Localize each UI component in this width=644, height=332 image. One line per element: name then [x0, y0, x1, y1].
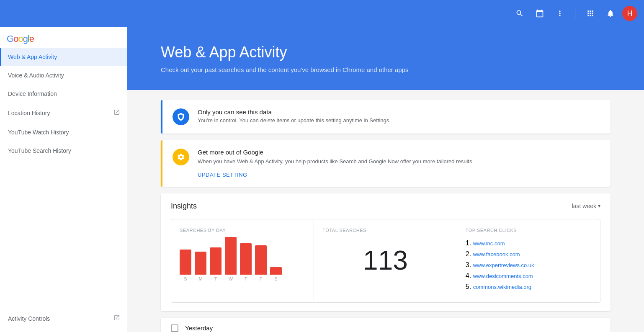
info-description: You're in control. You can delete items …: [198, 117, 391, 124]
list-item: www.facebook.com: [473, 250, 592, 258]
info-title: Only you can see this data: [198, 108, 391, 116]
info-text: Only you can see this data You're in con…: [198, 108, 391, 124]
bar-day-column: S: [270, 267, 282, 281]
bar-day-label: M: [198, 276, 202, 281]
bar-day-column: S: [180, 250, 191, 281]
suggestion-description: When you have Web & App Activity, you he…: [198, 157, 472, 166]
main-content: Web & App Activity Check out your past s…: [127, 27, 644, 332]
list-item: www.desicomments.com: [473, 272, 592, 280]
bar-day-label: F: [260, 276, 263, 281]
bar-day-label: S: [274, 276, 277, 281]
hero-section: Web & App Activity Check out your past s…: [127, 27, 644, 90]
insights-title: Insights: [171, 202, 197, 211]
bar-day-column: M: [195, 252, 206, 281]
update-setting-button[interactable]: UPDATE SETTING: [198, 172, 247, 178]
top-clicks-list: www.inc.comwww.facebook.comwww.expertrev…: [466, 239, 592, 291]
bar: [225, 237, 237, 275]
bar-day-column: T: [210, 247, 222, 281]
total-searches-count: 113: [322, 239, 448, 281]
yesterday-row: Yesterday: [161, 318, 611, 332]
period-label: last week: [572, 203, 596, 209]
bar-day-label: T: [245, 276, 247, 281]
insights-header: Insights last week ▾: [171, 202, 600, 211]
searches-by-day-panel: SEARCHES BY DAY SMTWTFS: [171, 219, 314, 302]
top-click-link[interactable]: www.desicomments.com: [473, 273, 533, 279]
bar: [195, 252, 206, 275]
list-item: www.expertreviews.co.uk: [473, 261, 592, 269]
suggestion-content: Get more out of Google When you have Web…: [198, 149, 472, 178]
page-subtitle: Check out your past searches and the con…: [161, 66, 611, 73]
google-logo: Google: [7, 33, 34, 44]
insights-panels: SEARCHES BY DAY SMTWTFS TOTAL SEARCHES 1…: [171, 219, 600, 303]
top-click-link[interactable]: commons.wikimedia.org: [473, 284, 531, 290]
bar: [210, 247, 222, 275]
cards-area: Only you can see this data You're in con…: [127, 90, 644, 332]
bar-day-column: T: [240, 243, 252, 281]
sidebar-item-device-information[interactable]: Device Information: [0, 85, 127, 103]
shield-icon: [173, 108, 189, 125]
chevron-down-icon: ▾: [598, 203, 600, 209]
sidebar-item-label: Voice & Audio Activity: [8, 72, 64, 79]
bar-day-label: W: [229, 276, 233, 281]
app-layout: Google Web & App Activity Voice & Audio …: [0, 27, 644, 332]
bar-chart: SMTWTFS: [180, 239, 305, 281]
sidebar-item-activity-controls[interactable]: Activity Controls: [0, 309, 127, 329]
period-selector[interactable]: last week ▾: [572, 203, 600, 209]
sidebar-item-youtube-search-history[interactable]: YouTube Search History: [0, 142, 127, 160]
topbar-divider: [575, 8, 575, 18]
sidebar-item-web-app-activity[interactable]: Web & App Activity: [0, 48, 127, 66]
topbar: H: [0, 0, 644, 27]
bar: [240, 243, 252, 275]
suggestion-title: Get more out of Google: [198, 149, 472, 156]
more-options-icon[interactable]: [551, 5, 568, 22]
top-click-link[interactable]: www.inc.com: [473, 240, 505, 247]
gear-icon: [173, 149, 189, 165]
calendar-icon[interactable]: [531, 5, 548, 22]
external-link-icon: [113, 109, 120, 117]
page-title: Web & App Activity: [161, 44, 611, 61]
total-searches-panel: TOTAL SEARCHES 113: [314, 219, 457, 302]
sidebar-item-voice-audio-activity[interactable]: Voice & Audio Activity: [0, 66, 127, 85]
sidebar: Google Web & App Activity Voice & Audio …: [0, 27, 127, 332]
sidebar-item-label: YouTube Watch History: [8, 129, 69, 136]
sidebar-item-label: YouTube Search History: [8, 147, 71, 154]
sidebar-item-location-history[interactable]: Location History: [0, 103, 127, 123]
bar: [180, 250, 191, 275]
bar: [270, 267, 282, 275]
list-item: www.inc.com: [473, 239, 592, 247]
sidebar-item-label: Web & App Activity: [8, 54, 57, 60]
top-click-link[interactable]: www.facebook.com: [473, 251, 520, 257]
bar-day-label: S: [184, 276, 187, 281]
list-item: commons.wikimedia.org: [473, 283, 592, 291]
notifications-icon[interactable]: [602, 5, 619, 22]
bar-day-column: F: [255, 245, 267, 281]
apps-icon[interactable]: [582, 5, 599, 22]
info-card: Only you can see this data You're in con…: [161, 100, 611, 134]
suggestion-card: Get more out of Google When you have Web…: [161, 140, 611, 187]
sidebar-item-label: Location History: [8, 110, 50, 116]
top-search-clicks-label: TOP SEARCH CLICKS: [466, 228, 592, 233]
insights-card: Insights last week ▾ SEARCHES BY DAY SMT…: [161, 193, 611, 311]
sidebar-bottom: Activity Controls: [0, 305, 127, 332]
search-icon[interactable]: [511, 5, 528, 22]
bar-day-column: W: [225, 237, 237, 281]
top-search-clicks-panel: TOP SEARCH CLICKS www.inc.comwww.faceboo…: [457, 219, 600, 302]
sidebar-item-label: Device Information: [8, 90, 57, 97]
bar: [255, 245, 267, 275]
topbar-actions: H: [511, 5, 637, 22]
yesterday-checkbox[interactable]: [171, 324, 178, 332]
searches-by-day-label: SEARCHES BY DAY: [180, 228, 305, 233]
bar-day-label: T: [214, 276, 217, 281]
sidebar-item-label: Activity Controls: [8, 315, 50, 322]
top-click-link[interactable]: www.expertreviews.co.uk: [473, 262, 534, 268]
logo-area: Google: [0, 27, 127, 48]
sidebar-nav: Web & App Activity Voice & Audio Activit…: [0, 48, 127, 160]
sidebar-item-youtube-watch-history[interactable]: YouTube Watch History: [0, 123, 127, 142]
external-link-icon: [113, 314, 120, 323]
yesterday-label: Yesterday: [185, 324, 213, 332]
total-searches-label: TOTAL SEARCHES: [322, 228, 448, 233]
avatar[interactable]: H: [622, 6, 637, 21]
